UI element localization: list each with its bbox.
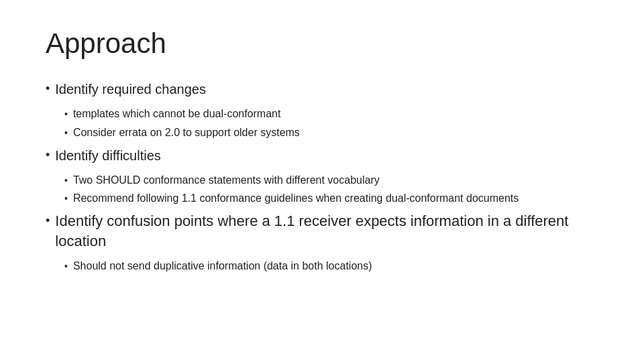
section-2-sub-2: Recommend following 1.1 conformance guid… [73, 190, 519, 206]
section-identify-difficulties: • Identify difficulties • Two SHOULD con… [46, 145, 598, 206]
bullet-l2-item: • Should not send duplicative informatio… [64, 258, 598, 274]
bullet-l1-item: • Identify difficulties [46, 145, 598, 166]
bullet-l2-item: • Consider errata on 2.0 to support olde… [64, 125, 598, 140]
bullet-l2-item: • Two SHOULD conformance statements with… [64, 172, 598, 188]
bullet-marker-l2: • [64, 174, 68, 188]
bullet-marker-l2: • [64, 259, 68, 274]
slide-title: Approach [46, 27, 598, 60]
bullet-marker-l1: • [46, 146, 50, 164]
section-2-subbullets: • Two SHOULD conformance statements with… [64, 172, 598, 206]
section-1-subbullets: • templates which cannot be dual-conform… [64, 106, 598, 139]
bullet-marker-l2: • [64, 126, 68, 140]
section-1-heading: Identify required changes [55, 79, 206, 99]
bullet-l2-item: • Recommend following 1.1 conformance gu… [64, 190, 598, 206]
bullet-marker-l2: • [64, 192, 68, 206]
bullet-marker-l1: • [46, 212, 50, 230]
slide-content: • Identify required changes • templates … [46, 79, 598, 273]
section-identify-required-changes: • Identify required changes • templates … [46, 79, 598, 139]
bullet-marker-l1: • [46, 80, 50, 98]
section-2-heading: Identify difficulties [55, 145, 161, 166]
bullet-l1-item: • Identify required changes [46, 79, 598, 99]
section-1-sub-2: Consider errata on 2.0 to support older … [73, 125, 300, 140]
bullet-marker-l2: • [64, 107, 68, 121]
section-3-subbullets: • Should not send duplicative informatio… [64, 258, 598, 274]
bullet-l1-item: • Identify confusion points where a 1.1 … [46, 211, 598, 251]
section-identify-confusion-points: • Identify confusion points where a 1.1 … [46, 211, 598, 274]
slide: Approach • Identify required changes • t… [0, 0, 644, 362]
section-3-heading: Identify confusion points where a 1.1 re… [55, 211, 598, 251]
section-2-sub-1: Two SHOULD conformance statements with d… [73, 172, 380, 188]
bullet-l2-item: • templates which cannot be dual-conform… [64, 106, 598, 121]
section-3-sub-1: Should not send duplicative information … [73, 258, 372, 274]
section-1-sub-1: templates which cannot be dual-conforman… [73, 106, 281, 121]
